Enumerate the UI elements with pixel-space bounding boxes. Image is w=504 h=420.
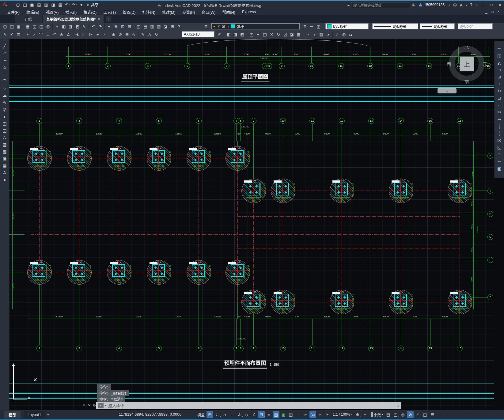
ellipse-arc-icon[interactable]: ◗ bbox=[1, 113, 8, 120]
help-caret-icon[interactable]: ▾ bbox=[476, 4, 477, 6]
annotation-scale-sync-icon[interactable]: ✂ bbox=[324, 411, 331, 418]
plot-icon[interactable]: ▥ bbox=[43, 2, 49, 8]
spline-icon[interactable]: ∿ bbox=[1, 99, 8, 106]
dim-edit-icon[interactable]: ✎ bbox=[140, 31, 146, 38]
trim-icon[interactable]: ✂ bbox=[496, 108, 503, 115]
menu-item-4[interactable]: 格式(O) bbox=[80, 9, 100, 15]
lineweight-combo[interactable]: ByLayer ⌄ bbox=[420, 23, 455, 29]
chamfer-icon[interactable]: ◺ bbox=[496, 144, 503, 151]
match-properties-icon[interactable]: ✎ bbox=[81, 23, 87, 30]
rotate-icon[interactable]: ↻ bbox=[496, 87, 503, 94]
account-caret-icon[interactable]: ▾ bbox=[449, 4, 450, 6]
layer-isolate-icon[interactable]: ◫ bbox=[315, 23, 322, 30]
quick-properties-icon[interactable]: ▤ bbox=[385, 411, 392, 418]
command-close-icon[interactable]: ✕ bbox=[88, 403, 91, 407]
minimize-button[interactable]: — bbox=[479, 2, 487, 8]
table-icon[interactable]: ▦ bbox=[1, 162, 8, 169]
layout-tab-model[interactable]: 模型 bbox=[4, 411, 21, 418]
paste-icon[interactable]: ◨ bbox=[67, 23, 74, 30]
layer-on-icon[interactable]: ● bbox=[213, 24, 215, 28]
command-settings-icon[interactable]: ⚙ bbox=[93, 403, 96, 407]
tab-start[interactable]: 开始 bbox=[15, 15, 42, 23]
solid-subtract-icon[interactable]: ◨ bbox=[232, 31, 239, 38]
batch-plot-icon[interactable]: ◫ bbox=[38, 23, 44, 30]
search-icon[interactable]: 🔍︎ bbox=[411, 3, 415, 7]
command-input[interactable]: 键入命令 bbox=[108, 403, 395, 409]
create-block-icon[interactable]: ◱ bbox=[1, 127, 8, 134]
polygon-icon[interactable]: ⌂ bbox=[1, 63, 8, 70]
open-icon[interactable]: ◱ bbox=[22, 2, 28, 8]
erase-icon[interactable]: ✏ bbox=[496, 45, 503, 52]
markup-set-manager-icon[interactable]: ◪ bbox=[162, 23, 169, 30]
annotation-visibility-icon[interactable]: ⓐ▾ bbox=[309, 411, 316, 418]
stretch-icon[interactable]: ↔ bbox=[496, 101, 503, 108]
save-icon[interactable]: ▣ bbox=[29, 2, 35, 8]
menu-item-10[interactable]: 窗口(W) bbox=[198, 9, 219, 15]
dim-jogged-icon[interactable]: ∿ bbox=[131, 31, 137, 38]
menu-item-11[interactable]: 帮助(H) bbox=[219, 9, 238, 15]
menu-item-9[interactable]: 参数(P) bbox=[179, 9, 199, 15]
dim-style-apply-icon[interactable]: ✐ bbox=[216, 31, 223, 38]
array-icon[interactable]: ⊞ bbox=[496, 73, 503, 80]
region-icon[interactable]: ▣ bbox=[1, 155, 8, 162]
redo-icon[interactable]: ↷▾ bbox=[97, 23, 103, 30]
drawing-canvas[interactable]: 1345678910111213141516125501255012550125… bbox=[9, 39, 494, 410]
polar-tracking-icon[interactable]: ∡▾ bbox=[236, 411, 243, 418]
copy-clip-icon[interactable]: ◧ bbox=[61, 23, 67, 30]
color-combo-caret-icon[interactable]: ⌄ bbox=[364, 25, 367, 28]
autodesk-caret-icon[interactable]: ▾ bbox=[466, 4, 467, 6]
dim-diameter-icon[interactable]: ⊘ bbox=[58, 31, 65, 38]
arc-icon[interactable]: ⌒ bbox=[1, 78, 8, 85]
upload-mobile-icon[interactable]: ◨ bbox=[50, 2, 56, 8]
sheet-set-manager-icon[interactable]: ▧ bbox=[156, 23, 162, 30]
spell-check-icon[interactable]: ✔ bbox=[9, 31, 15, 38]
dim-break-icon[interactable]: ≠ bbox=[101, 31, 108, 38]
command-prompt-caret-icon[interactable]: ▾ bbox=[105, 404, 106, 407]
layer-merge-icon[interactable]: ≣ bbox=[15, 31, 22, 38]
shell-icon[interactable]: ◔ bbox=[305, 31, 311, 38]
autodesk-icon[interactable]: A bbox=[460, 3, 463, 7]
workspace-switching-icon[interactable]: ⚙▾ bbox=[354, 411, 361, 418]
polyline-icon[interactable]: ↝ bbox=[1, 56, 8, 63]
break-at-point-icon[interactable]: ┆ bbox=[496, 123, 503, 130]
compass-west[interactable]: 西 bbox=[446, 61, 451, 67]
autoscale-icon[interactable]: ✄ bbox=[317, 411, 324, 418]
center-mark-icon[interactable]: ⊕ bbox=[110, 31, 117, 38]
color-edges-icon[interactable]: ◍ bbox=[341, 31, 347, 38]
qat-customize-icon[interactable]: ▾ bbox=[78, 2, 85, 8]
dim-continue-icon[interactable]: ⊪ bbox=[88, 31, 94, 38]
app-logo-icon[interactable]: A▾ bbox=[2, 2, 7, 7]
isolate-objects-icon[interactable]: ◎ bbox=[400, 411, 406, 418]
taper-faces-icon[interactable]: ◿ bbox=[282, 31, 288, 38]
model-space-toggle[interactable]: 模型 bbox=[196, 412, 206, 417]
menu-item-2[interactable]: 视图(V) bbox=[43, 9, 62, 15]
new-icon[interactable]: ▢ bbox=[15, 2, 21, 8]
dim-radius-icon[interactable]: ◠ bbox=[51, 31, 58, 38]
lineweight-display-icon[interactable]: ≡ bbox=[265, 411, 272, 418]
save-as-icon[interactable]: ▤ bbox=[36, 2, 42, 8]
draw-order-icon[interactable]: ● bbox=[1, 176, 8, 183]
annotation-scale[interactable]: 1:1 / 100% ▾ bbox=[332, 412, 354, 417]
move-icon[interactable]: + bbox=[496, 80, 503, 87]
search-caret-icon[interactable]: ▸ bbox=[348, 3, 350, 7]
dim-linear-icon[interactable]: ⊦ bbox=[25, 31, 31, 38]
zoom-previous-icon[interactable]: ⊟ bbox=[126, 23, 133, 30]
layer-properties-icon[interactable]: ≣ bbox=[203, 23, 209, 30]
properties-palette-icon[interactable]: ◰ bbox=[135, 23, 142, 30]
dim-arc-length-icon[interactable]: ⌒ bbox=[38, 31, 44, 38]
compass-north[interactable]: 北 bbox=[464, 44, 469, 50]
tab-close-icon[interactable]: ✕ bbox=[97, 17, 100, 21]
clean-icon[interactable]: ◕ bbox=[325, 31, 331, 38]
imprint-icon[interactable]: ▧ bbox=[318, 31, 324, 38]
rotate-faces-icon[interactable]: ↻ bbox=[275, 31, 282, 38]
linetype-combo-caret-icon[interactable]: ⌄ bbox=[414, 25, 416, 28]
menu-item-1[interactable]: 编辑(E) bbox=[23, 9, 43, 15]
move-faces-icon[interactable]: + bbox=[255, 31, 261, 38]
plotstyle-combo[interactable]: ByColor ⌄ bbox=[458, 23, 493, 29]
mtext-edit-icon[interactable]: ✎ bbox=[2, 31, 8, 38]
display-grid-icon[interactable]: ⊞ bbox=[207, 411, 213, 418]
close-button[interactable]: ✕ bbox=[496, 2, 504, 8]
doc-minimize-button[interactable]: ▁ bbox=[483, 9, 489, 15]
quick-calc-icon[interactable]: ⊞ bbox=[169, 23, 176, 30]
doc-close-button[interactable]: ✕ bbox=[495, 9, 502, 15]
